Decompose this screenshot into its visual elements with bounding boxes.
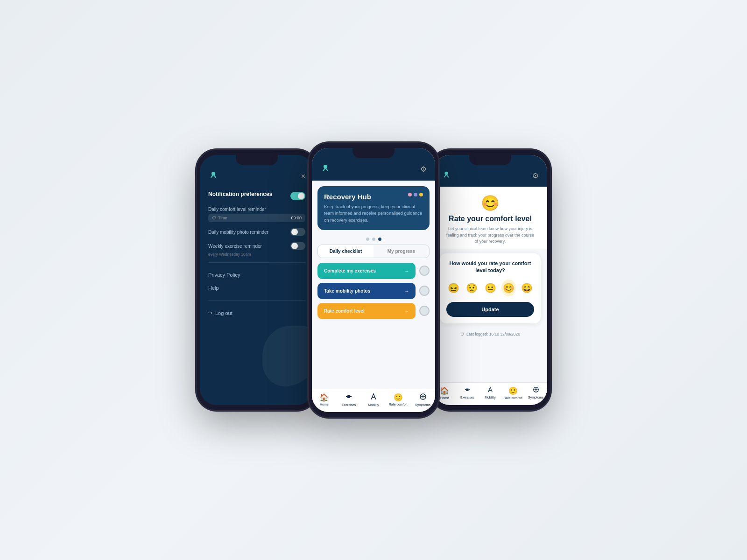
center-logo: [320, 163, 331, 175]
right-symptoms-icon: [533, 386, 539, 395]
mobility-button[interactable]: Take mobility photos →: [317, 283, 416, 299]
notification-toggle[interactable]: [290, 192, 305, 200]
exercises-check[interactable]: [419, 266, 430, 276]
left-notch: [236, 155, 278, 165]
comfort-card: How would you rate your comfort level to…: [440, 253, 541, 324]
exercise-sub: every Wednesday 10am: [208, 252, 305, 257]
right-rate-label: Rate comfort: [504, 396, 522, 399]
right-rate-icon: 🙂: [508, 386, 518, 395]
tab-my-progress[interactable]: My progress: [374, 245, 429, 258]
symptoms-label: Symptoms: [415, 403, 430, 406]
rate-comfort-label: Rate comfort: [389, 403, 408, 406]
home-label: Home: [320, 403, 329, 406]
settings-icon[interactable]: ⚙: [420, 165, 427, 174]
left-content: Notification preferences Daily comfort l…: [200, 187, 314, 405]
right-nav-symptoms[interactable]: Symptoms: [524, 386, 547, 399]
tabs-row: Daily checklist My progress: [317, 245, 430, 258]
clock-icon: ⏱: [460, 332, 465, 336]
recovery-card: Recovery Hub Keep track of your progress…: [317, 186, 430, 230]
comfort-button[interactable]: Rate comfort level →: [317, 303, 416, 319]
carousel-dot-1[interactable]: [366, 238, 369, 241]
mobility-arrow: →: [404, 288, 409, 294]
nav-home[interactable]: 🏠 Home: [312, 393, 337, 406]
emoji-3[interactable]: 😐: [483, 280, 497, 296]
right-screen: ⚙ 😊 Rate your comfort level Let your cli…: [433, 155, 547, 405]
carousel-dots: [312, 238, 435, 241]
carousel-dot-2[interactable]: [372, 238, 375, 241]
comfort-arrow: →: [404, 308, 409, 314]
svg-line-5: [325, 168, 328, 171]
mobility-toggle[interactable]: [290, 228, 305, 236]
left-logo: [208, 170, 218, 182]
right-notch: [469, 155, 511, 165]
right-nav-mobility[interactable]: Mobility: [479, 386, 502, 399]
exercises-button[interactable]: Complete my exercises →: [317, 263, 416, 279]
exercises-icon: [345, 393, 352, 402]
right-nav-rate-comfort[interactable]: 🙂 Rate comfort: [501, 386, 524, 399]
nav-rate-comfort[interactable]: 🙂 Rate comfort: [386, 393, 410, 406]
logout-divider: [208, 300, 305, 301]
comfort-reminder-item: Daily comfort level reminder ⏱ Time 09:0…: [208, 207, 305, 222]
phone-left: × Notification preferences Daily comfort…: [196, 149, 317, 411]
right-mobility-icon: [487, 386, 493, 395]
exercise-label: Weekly exercise reminder: [208, 244, 262, 249]
center-bottom-nav: 🏠 Home Exercises: [312, 389, 435, 412]
last-logged: ⏱ Last logged: 16:10 12/09/2020: [433, 328, 547, 340]
right-settings-icon[interactable]: ⚙: [532, 171, 539, 180]
right-home-icon: 🏠: [440, 386, 449, 395]
close-button[interactable]: ×: [301, 172, 305, 181]
notification-row: Notification preferences: [208, 191, 305, 201]
menu-divider: [208, 262, 305, 263]
emoji-row: 😖 😟 😐 😊 😄: [446, 280, 534, 296]
svg-rect-18: [466, 388, 469, 391]
nav-exercises[interactable]: Exercises: [337, 393, 361, 406]
update-button[interactable]: Update: [446, 302, 534, 317]
logout-label: Log out: [215, 310, 233, 316]
tab-daily-checklist[interactable]: Daily checklist: [318, 245, 374, 258]
emoji-4[interactable]: 😊: [501, 280, 516, 296]
notification-title: Notification preferences: [208, 191, 272, 197]
right-logo: [442, 170, 451, 181]
phone-center: ⚙ Recovery Hub Keep track of your progre…: [308, 142, 439, 418]
emoji-2[interactable]: 😟: [465, 280, 479, 296]
svg-rect-7: [350, 396, 352, 397]
comfort-hero-title: Rate your comfort level: [449, 215, 532, 223]
carousel-dot-3[interactable]: [378, 238, 381, 241]
phones-container: × Notification preferences Daily comfort…: [187, 142, 560, 418]
right-bottom-nav: 🏠 Home Exercises: [433, 382, 547, 405]
svg-rect-8: [347, 395, 350, 398]
right-nav-exercises[interactable]: Exercises: [456, 386, 479, 399]
dot-pink: [408, 193, 412, 196]
svg-rect-17: [469, 389, 470, 390]
nav-symptoms[interactable]: Symptoms: [410, 393, 435, 406]
emoji-1[interactable]: 😖: [446, 280, 461, 296]
exercise-reminder-item: Weekly exercise reminder every Wednesday…: [208, 242, 305, 257]
clock-icon: ⏱: [212, 216, 216, 220]
last-logged-text: Last logged: 16:10 12/09/2020: [466, 332, 520, 336]
comfort-label: Daily comfort level reminder: [208, 207, 266, 212]
mobility-check[interactable]: [419, 286, 430, 296]
center-notch: [352, 148, 395, 158]
emoji-5[interactable]: 😄: [520, 280, 534, 296]
checklist-items: Complete my exercises → Take mobility ph…: [312, 263, 435, 319]
exercise-toggle[interactable]: [290, 242, 305, 250]
time-row[interactable]: ⏱ Time 09:00: [208, 214, 305, 222]
dot-purple: [414, 193, 417, 196]
svg-line-14: [444, 175, 446, 177]
symptoms-icon: [419, 393, 427, 402]
nav-mobility[interactable]: Mobility: [361, 393, 386, 406]
notification-preferences-item: Notification preferences: [208, 191, 305, 201]
logout-button[interactable]: ↪ Log out: [208, 306, 305, 320]
exercise-row: Weekly exercise reminder: [208, 242, 305, 250]
center-screen: ⚙ Recovery Hub Keep track of your progre…: [312, 148, 435, 412]
svg-rect-6: [346, 396, 347, 397]
exercises-nav-label: Exercises: [342, 403, 356, 406]
svg-line-4: [323, 168, 325, 171]
comfort-check[interactable]: [419, 306, 430, 316]
comfort-hero-emoji: 😊: [481, 194, 500, 212]
help-link[interactable]: Help: [208, 281, 305, 294]
mobility-label: Daily mobility photo reminder: [208, 230, 268, 235]
comfort-hero-desc: Let your clinical team know how your inj…: [441, 226, 540, 245]
privacy-policy-link[interactable]: Privacy Policy: [208, 268, 305, 281]
card-dots: [408, 193, 423, 196]
